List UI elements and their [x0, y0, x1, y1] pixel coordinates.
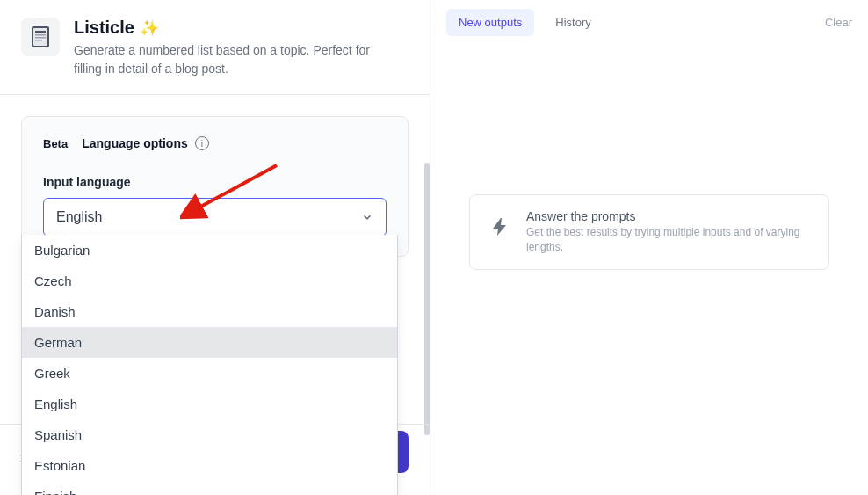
document-icon — [30, 25, 51, 48]
chevron-down-icon — [361, 211, 373, 223]
template-icon-box — [21, 18, 60, 56]
language-options-label: Language options — [82, 136, 188, 150]
language-option[interactable]: German — [22, 327, 397, 358]
beta-label: Beta — [43, 137, 68, 150]
language-option[interactable]: Finnish — [22, 481, 397, 495]
language-option[interactable]: Bulgarian — [22, 235, 397, 266]
language-option[interactable]: English — [22, 389, 397, 419]
language-option[interactable]: Czech — [22, 266, 397, 296]
scrollbar[interactable] — [423, 0, 430, 495]
svg-rect-3 — [35, 34, 46, 36]
language-option[interactable]: Danish — [22, 296, 397, 327]
input-language-label: Input language — [43, 175, 387, 189]
sparkle-icon: ✨ — [140, 18, 159, 38]
input-language-select[interactable]: English — [43, 198, 387, 237]
svg-rect-5 — [35, 40, 42, 41]
svg-rect-4 — [35, 37, 46, 39]
info-icon[interactable]: i — [195, 136, 209, 150]
page-subtitle: Generate a numbered list based on a topi… — [74, 41, 373, 78]
page-title: Listicle — [74, 18, 134, 38]
language-option[interactable]: Estonian — [22, 450, 397, 481]
tab-history[interactable]: History — [543, 9, 603, 36]
prompt-card-desc: Get the best results by trying multiple … — [526, 225, 813, 255]
prompt-hint-card: Answer the prompts Get the best results … — [469, 194, 829, 270]
tab-new-outputs[interactable]: New outputs — [446, 9, 534, 36]
prompt-card-title: Answer the prompts — [526, 209, 813, 223]
language-option[interactable]: Spanish — [22, 419, 397, 450]
clear-button[interactable]: Clear — [825, 16, 852, 29]
language-option[interactable]: Greek — [22, 358, 397, 389]
bolt-icon — [486, 213, 514, 241]
selected-language-value: English — [56, 209, 102, 225]
svg-rect-2 — [35, 31, 46, 33]
language-dropdown-list[interactable]: BulgarianCzechDanishGermanGreekEnglishSp… — [21, 235, 398, 495]
